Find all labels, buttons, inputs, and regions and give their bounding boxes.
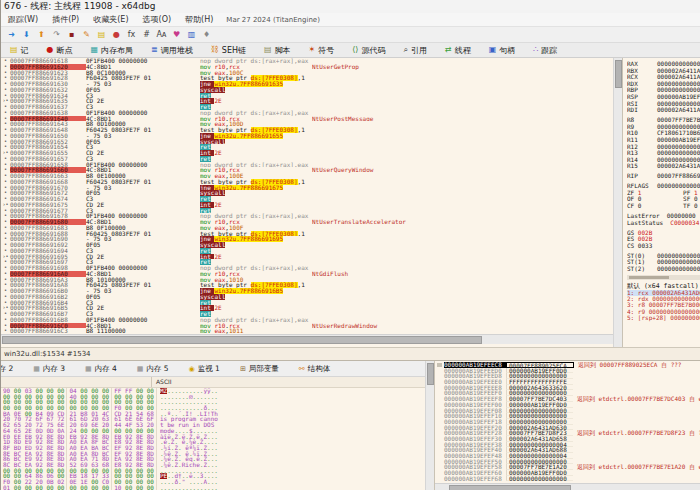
tab-breakpoints[interactable]: ●断点 [38, 44, 82, 57]
register-row[interactable]: RAX0000000000001010 [627, 61, 700, 68]
tab-references[interactable]: ⌕引用 [394, 44, 435, 57]
register-row[interactable]: RCX000002A6411AD6B0 [627, 74, 700, 81]
memory-view-button[interactable]: ▥ [185, 28, 198, 41]
flags-row: OF 0SF 0DF 0 [627, 196, 700, 203]
registers-scrollbar-thumb[interactable] [629, 276, 669, 279]
register-row[interactable]: RSP000000AB19EFEEC8 [627, 94, 700, 101]
tab-symbols[interactable]: ✶符号 [300, 44, 344, 57]
disassembly-hscrollbar[interactable] [1, 334, 613, 344]
status-value: C0000034 [670, 220, 699, 227]
favorite-button[interactable]: ♥ [170, 28, 183, 41]
disassembly-pane[interactable]: •00007FF8866916180F1FB400 00000000nop dw… [1, 58, 613, 347]
stack-row[interactable]: 000000AB19EFEF680000000000000000 [435, 476, 700, 482]
tab-handles[interactable]: ▣句柄 [480, 44, 525, 57]
rip-row[interactable]: RIP00007FF886691534 [627, 173, 700, 180]
st-register-row[interactable]: ST(2)00000000000000000000 [627, 266, 700, 273]
register-value: 0000000000000000 [657, 144, 700, 151]
stop-button[interactable]: ▪ [65, 28, 78, 41]
register-row[interactable]: R120000000000000000 [627, 144, 700, 151]
calling-convention-header[interactable]: 默认 (x64 fastcall) [627, 282, 700, 290]
dump-tab-struct[interactable]: ⚯结构体 [289, 364, 340, 374]
register-row[interactable]: R130000000000000000 [627, 150, 700, 157]
edit-button[interactable]: ✎ [80, 28, 93, 41]
az-button[interactable]: Aᴀ [155, 28, 168, 41]
hash-button[interactable]: # [140, 28, 153, 41]
rflags-row[interactable]: RFLAGS0000000000000246 [627, 183, 700, 190]
hscrollbar-thumb[interactable] [2, 336, 482, 344]
dump-tab-memory-4[interactable]: ▦内存 4 [75, 364, 127, 374]
register-row[interactable]: R10CF18061710B68A2E [627, 130, 700, 137]
register-row[interactable]: RSI0000000000000000 [627, 101, 700, 108]
step-out-button[interactable]: ⬆ [35, 28, 48, 41]
step-into-icon: ⬇ [23, 28, 30, 41]
dump-tab-memory-2[interactable]: ▦存 2 [1, 364, 23, 374]
eraser-button[interactable]: ● [110, 28, 123, 41]
register-row[interactable]: R800007FF7BE7B0000 [627, 117, 700, 124]
disassembly-vscrollbar[interactable] [613, 58, 622, 347]
tab-seh[interactable]: ⛓SEH链 [202, 44, 255, 57]
register-row[interactable]: RBX000002A6411AD6B0 [627, 68, 700, 75]
tab-call-stack[interactable]: ≣调用堆栈 [142, 44, 202, 57]
symbols-icon: ✶ [309, 45, 316, 55]
tab-script[interactable]: ▤脚本 [255, 44, 300, 57]
settings-icon: ♦ [203, 28, 210, 41]
stack-hscrollbar[interactable] [435, 483, 700, 490]
register-row[interactable]: R11000000AB19EFEC50 [627, 137, 700, 144]
register-row[interactable]: R90000000000000000 [627, 124, 700, 131]
segment-row: ES 002BDS 002B [627, 236, 700, 243]
menu-item-0[interactable]: 跟踪(W) [1, 14, 45, 25]
dump-row[interactable]: 01 00 00 00 00 0000 00 00 0010 00 00 00.… [1, 485, 425, 490]
tab-threads[interactable]: ⇄线程 [436, 44, 480, 57]
step-over-button[interactable]: ↷ [50, 28, 63, 41]
registers-scrollbar[interactable] [627, 275, 700, 280]
menu-item-1[interactable]: 插件(P) [45, 14, 86, 25]
stack-pane[interactable]: 000000AB19EFEEC800007FF889025ECA返回到 0000… [434, 361, 700, 490]
tab-source[interactable]: ⟨⟩源代码 [343, 44, 394, 57]
dump-tab-memory-5[interactable]: ▦内存 5 [127, 364, 179, 374]
hex-byte: 00 [69, 485, 76, 490]
register-name: R10 [627, 130, 657, 137]
dump-pane[interactable]: ▦存 2▦内存 3▦内存 4▦内存 5◉监视 1⊞局部变量⚯结构体 ASCII … [1, 361, 425, 490]
last-status-row: LastError 00000000 [627, 213, 700, 220]
register-value: 000000AB19EFEEC8 [657, 94, 700, 101]
registers-pane[interactable]: RAX0000000000001010RBX000002A6411AD6B0RC… [622, 58, 700, 347]
vscrollbar-thumb[interactable] [615, 60, 622, 88]
settings-button[interactable]: ♦ [200, 28, 213, 41]
tab-trace[interactable]: ∴跟踪 [524, 44, 566, 57]
seh-icon: ⛓ [211, 45, 219, 55]
st-register-row[interactable]: ST(1)00000000000000000000 [627, 259, 700, 266]
register-name: R9 [627, 124, 657, 131]
ascii-text: ................ [157, 485, 218, 490]
run-button[interactable]: ➜ [5, 28, 18, 41]
register-row[interactable]: RDI000002A6411AD6B0 [627, 107, 700, 114]
menu-item-3[interactable]: 选项(O) [136, 14, 179, 25]
dump-tab-watch-1[interactable]: ◉监视 1 [179, 364, 230, 374]
menu-item-2[interactable]: 收藏夹(E) [86, 14, 135, 25]
fx-button[interactable]: fx [125, 28, 138, 41]
menu-item-4[interactable]: 帮助(H) [178, 14, 220, 25]
st-register-row[interactable]: ST(0)00000000000000000000 [627, 253, 700, 260]
flag: OF 0 [627, 196, 683, 203]
step-out-icon: ⬆ [38, 28, 45, 41]
argument-row[interactable]: 5: [rsp+28] 0000000000000000 [627, 315, 700, 321]
stack-address: 000000AB19EFEF68 [444, 476, 506, 482]
dump-tab-locals[interactable]: ⊞局部变量 [230, 364, 289, 374]
flag-value: 0 [638, 203, 642, 209]
view-tab-bar: ▤记●断点▦内存布局≣调用堆栈⛓SEH链▤脚本✶符号⟨⟩源代码⌕引用⇄线程▣句柄… [1, 43, 700, 58]
tab-notes[interactable]: ▤记 [1, 44, 38, 57]
register-row[interactable]: R140000000000000000 [627, 157, 700, 164]
stack-hscrollbar-thumb[interactable] [449, 485, 571, 490]
dump-column-header: ASCII [1, 377, 425, 388]
notes-button[interactable]: ▤ [95, 28, 108, 41]
step-into-button[interactable]: ⬇ [20, 28, 33, 41]
register-row[interactable]: RBP0000000000000000 [627, 87, 700, 94]
flag: ZF 1 [627, 190, 683, 197]
register-value: 0000000000000000 [657, 87, 700, 94]
register-row[interactable]: R15000002A6431AD630 [627, 163, 700, 170]
register-row[interactable]: RDX0000000000000000 [627, 81, 700, 88]
tab-memory-map[interactable]: ▦内存布局 [82, 44, 143, 57]
dump-vscrollbar-thumb[interactable] [427, 363, 434, 385]
flag-name: SF [683, 196, 694, 202]
dump-vscrollbar[interactable] [425, 361, 434, 490]
dump-tab-memory-3[interactable]: ▦内存 3 [23, 364, 75, 374]
